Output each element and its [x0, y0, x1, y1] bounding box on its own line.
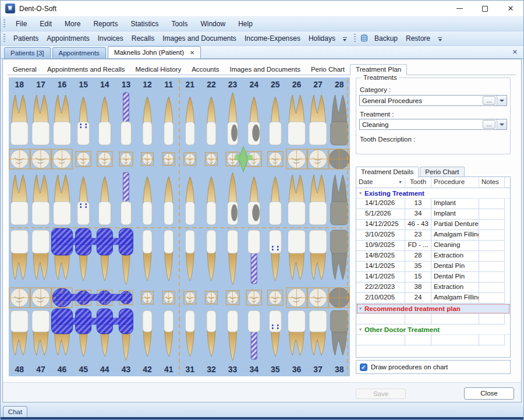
treatment-combo[interactable]: Cleaning … [359, 119, 507, 130]
table-row[interactable] [356, 335, 510, 345]
tooth-number-44[interactable]: 44 [100, 365, 109, 374]
tabstrip-close-icon[interactable]: ✕ [512, 48, 518, 56]
menu-item-help[interactable]: Help [232, 20, 259, 28]
details-tab-treatment-details[interactable]: Treatment Details [356, 167, 419, 178]
tooth-number-15[interactable]: 15 [79, 80, 88, 89]
collapse-icon[interactable]: ▾ [356, 306, 364, 311]
doc-tab-maknelis-john-patient[interactable]: Maknelis John (Patient)✕ [108, 46, 201, 58]
toolbar-item-holidays[interactable]: Holidays [305, 34, 339, 43]
column-header-procedure[interactable]: Procedure [431, 177, 479, 188]
table-row[interactable] [356, 314, 510, 324]
tab-close-icon[interactable]: ✕ [190, 50, 194, 56]
patient-tab-accounts[interactable]: Accounts [186, 65, 224, 75]
doc-tab-patients-3[interactable]: Patients [3] [4, 47, 51, 58]
partial-denture-bar[interactable] [56, 318, 132, 324]
collapse-icon[interactable]: ▾ [356, 190, 364, 196]
tooth-number-28[interactable]: 28 [335, 80, 344, 89]
tooth-number-41[interactable]: 41 [164, 365, 174, 374]
tooth-number-26[interactable]: 26 [292, 80, 302, 89]
minimize-button[interactable] [447, 1, 472, 16]
tooth-28-occlusal[interactable] [329, 149, 349, 169]
backup-overflow-button[interactable] [438, 36, 442, 41]
toolbar-item-images-and-documents[interactable]: Images and Documents [158, 34, 240, 43]
patient-tab-medical-history[interactable]: Medical History [130, 65, 187, 75]
tooth-number-22[interactable]: 22 [207, 80, 216, 89]
toolbar-item-invoices[interactable]: Invoices [94, 34, 128, 43]
tooth-number-23[interactable]: 23 [228, 80, 238, 89]
patient-tab-treatment-plan[interactable]: Treatment Plan [350, 64, 407, 75]
table-row[interactable]: 2/10/020524Amalgam Filling [356, 293, 510, 303]
patient-tab-perio-chart[interactable]: Perio Chart [306, 65, 350, 75]
toolbar-grip-handle[interactable] [3, 34, 5, 43]
tooth-number-14[interactable]: 14 [100, 80, 109, 89]
save-button[interactable]: Save [356, 389, 406, 399]
toolbar-item-income-expenses[interactable]: Income-Expenses [240, 34, 305, 43]
table-row[interactable]: 14/1/202535Dental Pin [356, 262, 510, 272]
tooth-number-32[interactable]: 32 [207, 365, 216, 374]
tooth-number-27[interactable]: 27 [313, 80, 323, 89]
tooth-number-16[interactable]: 16 [58, 80, 67, 89]
tooth-number-12[interactable]: 12 [143, 80, 152, 89]
tooth-number-18[interactable]: 18 [15, 80, 24, 89]
tooth-number-13[interactable]: 13 [122, 80, 131, 89]
patient-tab-general[interactable]: General [8, 65, 42, 75]
tooth-number-11[interactable]: 11 [164, 80, 173, 89]
doc-tab-appointments[interactable]: Appointments [52, 47, 106, 58]
tooth-number-24[interactable]: 24 [249, 80, 259, 89]
menu-grip-handle[interactable] [3, 19, 5, 29]
column-header-date[interactable]: Date▼ [356, 177, 405, 188]
tooth-number-46[interactable]: 46 [58, 365, 67, 374]
tooth-number-21[interactable]: 21 [186, 80, 195, 89]
column-header-tooth[interactable]: Tooth [405, 177, 431, 188]
table-row[interactable]: 14/8/202528Extraction [356, 251, 510, 262]
table-row[interactable]: 14/1/202613Implant [356, 199, 510, 209]
menu-item-file[interactable]: File [9, 20, 33, 28]
tooth-38-occlusal[interactable] [329, 288, 349, 308]
category-dropdown-button[interactable] [497, 96, 507, 105]
category-browse-button[interactable]: … [483, 96, 495, 105]
menu-item-tools[interactable]: Tools [165, 20, 194, 28]
tooth-number-35[interactable]: 35 [271, 365, 280, 374]
close-button[interactable]: ✕ [498, 1, 523, 16]
menu-item-statistics[interactable]: Statistics [124, 20, 165, 28]
toolbar-overflow-button[interactable] [343, 36, 347, 41]
table-row[interactable]: 10/9/2025FD - ...Cleaning [356, 241, 510, 251]
tooth-number-37[interactable]: 37 [313, 365, 323, 374]
tooth-number-34[interactable]: 34 [249, 365, 259, 374]
tooth-number-17[interactable]: 17 [36, 80, 45, 89]
table-row[interactable]: 22/2/202338Extraction [356, 283, 510, 293]
tooth-number-45[interactable]: 45 [79, 365, 88, 374]
backup-button[interactable]: Backup [370, 31, 402, 45]
table-row[interactable]: 14/1/202515Dental Pin [356, 272, 510, 283]
maximize-button[interactable] [472, 1, 498, 16]
partial-denture-bar[interactable] [56, 294, 132, 301]
close-tab-button[interactable]: Close [464, 387, 514, 400]
column-header-notes[interactable]: Notes [479, 177, 505, 188]
chat-tab[interactable]: Chat [3, 406, 27, 417]
category-combo[interactable]: General Procedures … [359, 95, 507, 106]
group-row-other-doctor-treatment[interactable]: ▾Other Doctor Treatment [356, 324, 510, 335]
toolbar-item-recalls[interactable]: Recalls [128, 34, 158, 43]
menu-item-reports[interactable]: Reports [87, 20, 124, 28]
table-row[interactable]: 5/1/202634Implant [356, 209, 510, 220]
menu-item-more[interactable]: More [58, 20, 87, 28]
tooth-number-38[interactable]: 38 [335, 365, 344, 374]
tooth-number-25[interactable]: 25 [271, 80, 280, 89]
tooth-number-43[interactable]: 43 [122, 365, 131, 374]
restore-button[interactable]: Restore [402, 31, 434, 45]
details-tab-perio-chart[interactable]: Perio Chart [420, 167, 464, 177]
patient-tab-appointments-and-recalls[interactable]: Appointments and Recalls [42, 65, 130, 75]
group-row-recommended-treatment-plan[interactable]: ▾Recommended treatment plan [356, 303, 510, 314]
table-row[interactable]: 3/10/202523Amalgam Filling [356, 230, 510, 241]
dental-chart[interactable]: 1817161514131211212223242526272848474645… [9, 77, 350, 376]
tooth-number-31[interactable]: 31 [186, 365, 195, 374]
partial-denture-bar[interactable] [56, 238, 132, 245]
patient-tab-images-and-documents[interactable]: Images and Documents [224, 65, 305, 75]
tooth-number-36[interactable]: 36 [292, 365, 302, 374]
draw-procedures-checkbox[interactable]: ✓ [360, 363, 367, 371]
toolbar-item-patients[interactable]: Patients [9, 34, 43, 43]
menu-item-edit[interactable]: Edit [33, 20, 58, 28]
toolbar-item-appointments[interactable]: Appointments [43, 34, 93, 43]
table-row[interactable]: 14/12/202546 - 43Partial Denture ... [356, 220, 510, 230]
tooth-number-33[interactable]: 33 [228, 365, 238, 374]
